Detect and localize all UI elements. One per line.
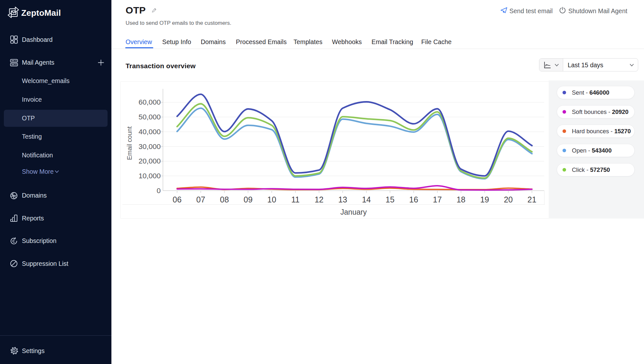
svg-text:20,000: 20,000 <box>138 157 161 165</box>
svg-text:10,000: 10,000 <box>138 172 161 180</box>
svg-text:40,000: 40,000 <box>138 128 161 136</box>
svg-text:16: 16 <box>409 195 418 204</box>
svg-text:08: 08 <box>220 195 229 204</box>
svg-text:0: 0 <box>156 187 161 195</box>
svg-text:17: 17 <box>433 195 442 204</box>
svg-text:14: 14 <box>362 195 371 204</box>
svg-text:20: 20 <box>504 195 513 204</box>
svg-text:07: 07 <box>196 195 205 204</box>
svg-text:19: 19 <box>480 195 489 204</box>
svg-text:10: 10 <box>267 195 276 204</box>
svg-text:12: 12 <box>315 195 324 204</box>
svg-text:30,000: 30,000 <box>138 143 161 151</box>
svg-text:06: 06 <box>173 195 182 204</box>
svg-text:January: January <box>340 208 367 216</box>
svg-text:21: 21 <box>527 195 536 204</box>
svg-text:18: 18 <box>457 195 466 204</box>
svg-text:13: 13 <box>338 195 347 204</box>
svg-text:Email count: Email count <box>126 126 133 160</box>
svg-text:15: 15 <box>385 195 394 204</box>
svg-text:60,000: 60,000 <box>138 98 161 106</box>
svg-text:50,000: 50,000 <box>138 113 161 121</box>
svg-text:11: 11 <box>291 195 299 204</box>
svg-text:09: 09 <box>243 195 252 204</box>
